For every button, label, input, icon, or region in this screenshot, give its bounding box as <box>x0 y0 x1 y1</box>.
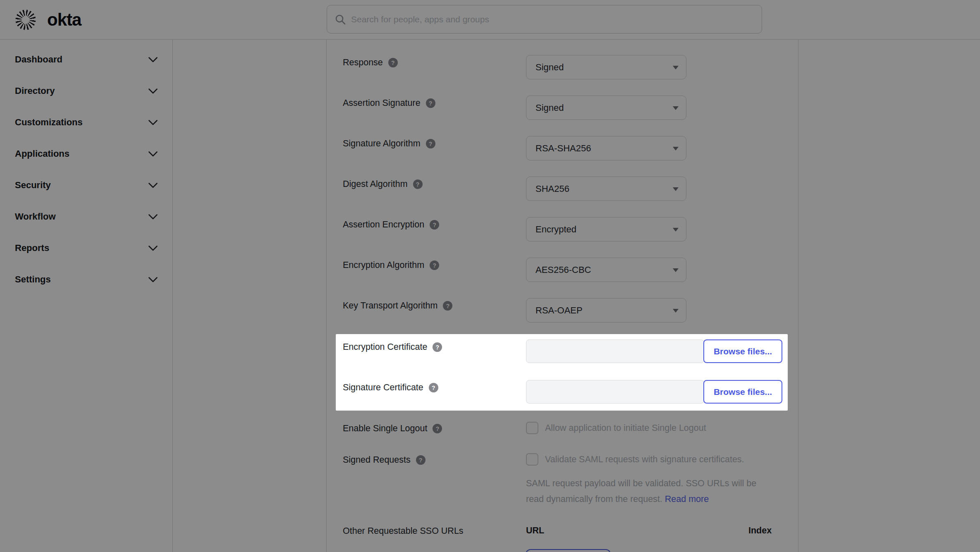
field-label: Signed Requests <box>343 455 411 465</box>
field-label: Enable Single Logout <box>343 423 427 434</box>
sidebar-item-label: Directory <box>15 86 55 96</box>
signed-requests-note: SAML request payload will be validated. … <box>526 476 774 507</box>
help-icon[interactable]: ? <box>388 58 398 67</box>
chevron-down-icon <box>148 88 158 94</box>
saml-settings-panel: Response ? Signed Assertion Signature ? … <box>326 40 798 552</box>
help-icon[interactable]: ? <box>443 301 452 311</box>
chevron-down-icon <box>148 120 158 125</box>
field-label: Assertion Encryption <box>343 220 424 230</box>
okta-admin-console: okta ? Dashboard <box>0 0 980 552</box>
encryption-certificate-file-input[interactable] <box>526 339 704 363</box>
sidebar-item-label: Workflow <box>15 211 56 222</box>
help-icon[interactable]: ? <box>429 383 438 392</box>
caret-down-icon <box>673 309 679 313</box>
chevron-down-icon <box>148 57 158 62</box>
brand[interactable]: okta <box>15 9 81 31</box>
sidebar-item-dashboard[interactable]: Dashboard <box>0 44 172 75</box>
chevron-down-icon <box>148 214 158 220</box>
sso-index-column-header: Index <box>748 524 772 537</box>
field-label: Signature Algorithm <box>343 139 421 149</box>
chevron-down-icon <box>148 151 158 157</box>
sidebar: Dashboard Directory Customizations Appli… <box>0 40 173 552</box>
help-icon[interactable]: ? <box>433 342 442 352</box>
help-icon[interactable]: ? <box>430 260 439 270</box>
sidebar-item-label: Security <box>15 180 51 191</box>
sidebar-item-customizations[interactable]: Customizations <box>0 107 172 138</box>
help-icon[interactable]: ? <box>416 455 425 465</box>
sidebar-item-security[interactable]: Security <box>0 170 172 201</box>
assertion-encryption-select[interactable]: Encrypted <box>526 217 686 241</box>
key-transport-algorithm-select[interactable]: RSA-OAEP <box>526 298 686 323</box>
caret-down-icon <box>673 187 679 191</box>
search-icon <box>335 14 346 25</box>
field-label: Signature Certificate <box>343 382 423 393</box>
field-label: Encryption Algorithm <box>343 260 424 270</box>
checkbox-option-label: Allow application to initiate Single Log… <box>545 422 706 434</box>
okta-wordmark: okta <box>47 11 81 29</box>
response-select[interactable]: Signed <box>526 55 686 79</box>
sidebar-item-label: Dashboard <box>15 54 62 65</box>
field-label: Encryption Certificate <box>343 342 427 352</box>
caret-down-icon <box>673 268 679 272</box>
caret-down-icon <box>673 228 679 232</box>
digest-algorithm-select[interactable]: SHA256 <box>526 177 686 201</box>
global-search <box>327 5 762 33</box>
sidebar-item-label: Applications <box>15 148 69 159</box>
okta-logo-icon <box>14 8 37 31</box>
chevron-down-icon <box>148 246 158 251</box>
encryption-algorithm-select[interactable]: AES256-CBC <box>526 258 686 282</box>
encryption-certificate-browse-button[interactable]: Browse files... <box>703 339 782 363</box>
help-icon[interactable]: ? <box>430 220 439 229</box>
sidebar-item-applications[interactable]: Applications <box>0 138 172 170</box>
signature-certificate-browse-button[interactable]: Browse files... <box>703 380 782 404</box>
signature-certificate-file-input[interactable] <box>526 380 704 404</box>
search-input[interactable] <box>327 5 762 33</box>
help-icon[interactable]: ? <box>413 179 423 189</box>
help-icon[interactable]: ? <box>426 139 435 148</box>
field-label: Other Requestable SSO URLs <box>343 526 464 536</box>
sidebar-item-directory[interactable]: Directory <box>0 75 172 107</box>
caret-down-icon <box>673 147 679 151</box>
sidebar-item-label: Customizations <box>15 117 83 128</box>
help-icon[interactable]: ? <box>433 424 442 433</box>
top-bar: okta ? <box>0 0 980 40</box>
sso-url-column-header: URL <box>526 524 544 537</box>
caret-down-icon <box>673 106 679 110</box>
sidebar-item-reports[interactable]: Reports <box>0 232 172 264</box>
checkbox-option-label: Validate SAML requests with signature ce… <box>545 453 744 466</box>
field-label: Key Transport Algorithm <box>343 301 437 311</box>
field-label: Assertion Signature <box>343 98 421 108</box>
signature-algorithm-select[interactable]: RSA-SHA256 <box>526 136 686 160</box>
field-label: Response <box>343 57 383 68</box>
enable-single-logout-checkbox[interactable] <box>526 422 538 434</box>
assertion-signature-select[interactable]: Signed <box>526 96 686 120</box>
sidebar-item-settings[interactable]: Settings <box>0 264 172 295</box>
field-label: Digest Algorithm <box>343 179 408 189</box>
caret-down-icon <box>673 66 679 69</box>
help-icon[interactable]: ? <box>426 98 435 108</box>
sidebar-item-label: Reports <box>15 243 49 253</box>
chevron-down-icon <box>148 277 158 282</box>
signed-requests-checkbox[interactable] <box>526 453 538 466</box>
sidebar-item-label: Settings <box>15 274 51 285</box>
read-more-link[interactable]: Read more <box>665 494 709 504</box>
sso-url-input-partial[interactable] <box>526 549 611 552</box>
chevron-down-icon <box>148 183 158 188</box>
sidebar-item-workflow[interactable]: Workflow <box>0 201 172 232</box>
